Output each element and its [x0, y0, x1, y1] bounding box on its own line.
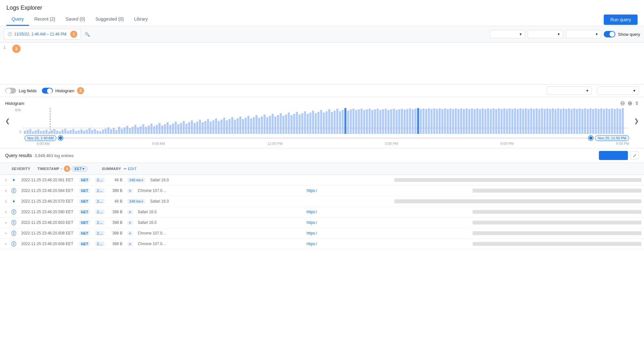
- redacted-cell: [473, 242, 641, 246]
- svg-rect-146: [412, 109, 414, 134]
- zoom-out-button[interactable]: ⊖: [620, 100, 625, 107]
- svg-rect-194: [541, 108, 543, 134]
- table-row[interactable]: › i 2022-11-25 23:46:20.603 EET GET 200 …: [0, 217, 644, 228]
- timeline-dot-right[interactable]: [589, 136, 593, 140]
- table-row[interactable]: › ✦ 2022-11-25 23:46:20.570 EET GET 200 …: [0, 196, 644, 207]
- query-editor-input[interactable]: [0, 45, 644, 81]
- query-search-input[interactable]: [94, 32, 289, 37]
- svg-rect-184: [514, 108, 516, 134]
- table-row[interactable]: › i 2022-11-25 23:46:20.590 EET GET 200 …: [0, 207, 644, 217]
- histogram-label: Histogram: [55, 88, 74, 93]
- svg-rect-87: [253, 117, 255, 134]
- query-toolbar: 🕐 11/25/22, 1:46 AM – 11:46 PM 1 🔍 ▾ ▾ ▾…: [0, 26, 644, 43]
- svg-rect-174: [487, 108, 489, 134]
- chevron-down-icon-3: ▾: [596, 32, 598, 36]
- svg-rect-51: [156, 125, 158, 134]
- svg-rect-61: [183, 121, 185, 134]
- expand-collapse-button[interactable]: ⇕: [635, 100, 639, 107]
- tab-query[interactable]: Query: [6, 13, 29, 26]
- latency-cell: ≡: [125, 187, 135, 194]
- svg-rect-52: [159, 123, 160, 134]
- controls-dropdown-1[interactable]: ▾: [547, 86, 592, 95]
- svg-rect-222: [616, 108, 618, 134]
- show-query-toggle[interactable]: [604, 31, 615, 37]
- severity-icon: ✦: [9, 176, 19, 184]
- method-badge: GET: [77, 198, 93, 205]
- svg-rect-21: [75, 131, 77, 134]
- table-header: SEVERITY TIMESTAMP ↑ 4 EET ▾ SUMMARY ✏ E…: [0, 163, 644, 175]
- time-range-button[interactable]: 🕐 11/25/22, 1:46 AM – 11:46 PM 1: [4, 29, 81, 40]
- zoom-in-button[interactable]: ⊕: [628, 100, 632, 107]
- timestamp-cell: 2022-11-25 23:46:20.561 EET: [19, 176, 77, 184]
- tab-recent[interactable]: Recent (2): [29, 13, 60, 26]
- svg-rect-74: [218, 121, 220, 134]
- expand-results-button[interactable]: ⤢: [630, 151, 639, 160]
- histogram-nav-left[interactable]: ❮: [5, 117, 10, 125]
- table-row[interactable]: › i 2022-11-25 23:46:20.608 EET GET 200 …: [0, 239, 644, 249]
- table-row[interactable]: › i 2022-11-25 23:46:20.608 EET GET 200 …: [0, 228, 644, 239]
- svg-rect-78: [228, 119, 230, 134]
- browser-cell: Safari 16.0: [135, 219, 304, 226]
- expand-arrow[interactable]: ›: [3, 187, 9, 194]
- svg-rect-156: [439, 108, 441, 134]
- th-timestamp[interactable]: TIMESTAMP ↑ 4 EET ▾: [35, 164, 99, 173]
- filter-dropdown-2[interactable]: ▾: [528, 30, 563, 38]
- svg-rect-42: [131, 127, 133, 134]
- timestamp-cell: 2022-11-25 23:46:20.590 EET: [19, 208, 77, 215]
- svg-rect-154: [433, 108, 435, 134]
- tab-saved[interactable]: Saved (0): [60, 13, 90, 26]
- svg-rect-157: [441, 109, 443, 134]
- svg-rect-168: [471, 108, 473, 134]
- expand-arrow[interactable]: ›: [3, 240, 9, 247]
- expand-arrow[interactable]: ›: [3, 219, 9, 226]
- redacted-cell: [473, 189, 641, 193]
- tab-suggested[interactable]: Suggested (0): [90, 13, 129, 26]
- expand-arrow[interactable]: ›: [3, 198, 9, 205]
- histogram-nav-right[interactable]: ❯: [634, 117, 639, 125]
- svg-rect-41: [129, 128, 131, 134]
- svg-rect-33: [107, 127, 109, 134]
- svg-rect-214: [595, 108, 597, 134]
- table-row[interactable]: › ✦ 2022-11-25 23:46:20.561 EET GET 200 …: [0, 175, 644, 185]
- code-editor[interactable]: 1 2: [0, 43, 644, 85]
- eet-badge[interactable]: EET ▾: [72, 166, 87, 172]
- log-fields-toggle[interactable]: [5, 88, 16, 94]
- run-query-button[interactable]: Run query: [604, 15, 638, 25]
- search-icon-wrap[interactable]: 🔍: [83, 31, 91, 38]
- svg-rect-166: [466, 108, 467, 134]
- edit-button[interactable]: ✏ EDIT: [124, 167, 137, 171]
- svg-rect-199: [554, 109, 556, 134]
- timeline-dot-left[interactable]: [58, 136, 63, 140]
- filter-dropdown-1[interactable]: ▾: [490, 30, 525, 38]
- size-cell: 398 B: [106, 208, 125, 215]
- results-action-button[interactable]: [599, 151, 628, 160]
- sort-asc-icon: ↑: [61, 167, 62, 171]
- svg-rect-83: [242, 119, 244, 134]
- filter-dropdown-3[interactable]: ▾: [566, 30, 601, 38]
- svg-rect-202: [562, 108, 564, 134]
- histogram-bars-svg: [23, 108, 629, 134]
- table-row[interactable]: › i 2022-11-25 23:46:20.564 EET GET 200 …: [0, 185, 644, 196]
- expand-arrow[interactable]: ›: [3, 176, 9, 184]
- svg-rect-128: [363, 110, 365, 134]
- size-cell: 398 B: [106, 240, 125, 247]
- histogram-y-axis: 60K 0: [10, 108, 23, 134]
- svg-rect-72: [212, 120, 214, 134]
- expand-arrow[interactable]: ›: [3, 208, 9, 215]
- svg-rect-224: [622, 108, 624, 134]
- svg-rect-210: [584, 108, 586, 134]
- controls-dropdown-2[interactable]: ▾: [597, 86, 639, 95]
- svg-rect-16: [62, 130, 63, 134]
- svg-rect-207: [576, 109, 578, 134]
- histogram-toggle[interactable]: [42, 88, 53, 94]
- svg-rect-7: [37, 129, 39, 134]
- tab-library[interactable]: Library: [129, 13, 153, 26]
- table-body: › ✦ 2022-11-25 23:46:20.561 EET GET 200 …: [0, 175, 644, 249]
- x-label-3pm: 3:00 PM: [385, 142, 398, 145]
- expand-arrow[interactable]: ›: [3, 230, 9, 237]
- severity-icon: i: [9, 208, 19, 216]
- svg-rect-185: [517, 109, 519, 134]
- svg-rect-82: [239, 116, 241, 134]
- svg-rect-49: [150, 124, 152, 134]
- svg-rect-43: [134, 125, 136, 134]
